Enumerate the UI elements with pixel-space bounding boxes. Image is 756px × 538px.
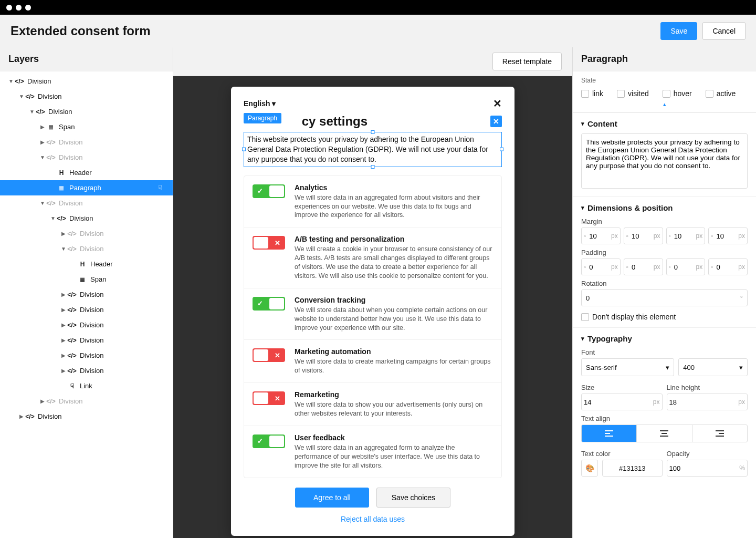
hide-element-checkbox[interactable]: Don't display this element <box>581 313 748 321</box>
padding-row-input[interactable]: ▫px <box>666 258 706 275</box>
typography-section-title[interactable]: Typography <box>581 334 748 343</box>
resize-handle-top[interactable] <box>371 130 375 134</box>
layer-row[interactable]: </>Division <box>0 287 173 302</box>
resize-handle-right[interactable] <box>500 148 503 151</box>
margin-row-input[interactable]: ▫px <box>666 227 706 244</box>
close-icon[interactable]: ✕ <box>493 97 502 110</box>
chevron-icon[interactable] <box>60 246 67 252</box>
margin-row-input[interactable]: ▫px <box>708 227 748 244</box>
chevron-icon[interactable] <box>28 109 36 115</box>
toggle-switch[interactable]: ✕ <box>253 236 285 250</box>
chevron-icon[interactable] <box>60 307 67 313</box>
state-link-checkbox[interactable]: link <box>581 89 603 98</box>
chevron-icon[interactable] <box>39 139 46 145</box>
chevron-icon[interactable] <box>18 94 25 99</box>
layer-row[interactable]: </>Division <box>0 104 173 119</box>
layer-label: Division <box>59 397 173 405</box>
content-textarea[interactable] <box>581 133 748 189</box>
toggle-switch[interactable]: ✓ <box>253 434 285 448</box>
chevron-icon[interactable] <box>60 353 67 358</box>
layer-row[interactable]: ≣Span <box>0 272 173 287</box>
weight-select[interactable]: 400▾ <box>678 358 748 376</box>
layer-row[interactable]: </>Division <box>0 134 173 150</box>
layer-row[interactable]: ☟Link <box>0 378 173 394</box>
chevron-icon[interactable] <box>60 322 67 328</box>
agree-all-button[interactable]: Agree to all <box>295 488 369 508</box>
layer-row[interactable]: </>Division <box>0 195 173 211</box>
layer-row[interactable]: </>Division <box>0 241 173 256</box>
toggle-switch[interactable]: ✕ <box>253 391 285 405</box>
checkbox-icon <box>581 90 589 98</box>
chevron-icon[interactable] <box>39 154 46 160</box>
state-active-checkbox[interactable]: active <box>706 89 736 98</box>
color-picker-icon[interactable]: 🎨 <box>581 460 598 477</box>
color-input[interactable]: #131313 <box>602 460 663 477</box>
save-choices-button[interactable]: Save choices <box>376 488 450 508</box>
layer-row[interactable]: </>Division <box>0 302 173 317</box>
layer-row[interactable]: ≣Paragraph☟ <box>0 180 173 195</box>
layer-row[interactable]: </>Division <box>0 409 173 424</box>
chevron-icon[interactable] <box>18 413 25 419</box>
chevron-icon[interactable] <box>39 124 46 130</box>
margin-row-input[interactable]: ▫px <box>624 227 663 244</box>
layer-row[interactable]: HHeader <box>0 256 173 272</box>
layer-label: Division <box>80 291 173 298</box>
chevron-icon[interactable] <box>60 337 67 343</box>
opacity-input[interactable]: % <box>667 460 748 477</box>
dimensions-section-title[interactable]: Dimensions & position <box>581 203 748 212</box>
toggle-switch[interactable]: ✓ <box>253 184 285 198</box>
traffic-light-close[interactable] <box>6 5 12 11</box>
layer-row[interactable]: </>Division <box>0 394 173 409</box>
language-selector[interactable]: English ▾ <box>244 99 276 108</box>
text-align-group <box>581 425 748 442</box>
chevron-icon[interactable] <box>7 78 15 84</box>
padding-row-input[interactable]: ▫px <box>708 258 748 275</box>
cancel-button[interactable]: Cancel <box>702 22 746 40</box>
traffic-light-max[interactable] <box>25 5 31 11</box>
lineheight-input[interactable]: px <box>667 394 748 410</box>
padding-row-input[interactable]: ▫px <box>581 258 621 275</box>
align-right-button[interactable] <box>692 425 747 442</box>
resize-handle-left[interactable] <box>242 148 246 151</box>
toggle-switch[interactable]: ✓ <box>253 297 285 311</box>
reset-template-button[interactable]: Reset template <box>492 53 562 70</box>
layer-row[interactable]: </>Division <box>0 226 173 241</box>
state-hover-checkbox[interactable]: hover <box>663 89 692 98</box>
traffic-light-min[interactable] <box>16 5 22 11</box>
state-visited-checkbox[interactable]: visited <box>617 89 649 98</box>
padding-row-input[interactable]: ▫px <box>624 258 663 275</box>
align-center-button[interactable] <box>637 425 692 442</box>
layer-row[interactable]: HHeader <box>0 165 173 180</box>
layer-row[interactable]: </>Division <box>0 89 173 104</box>
layer-row[interactable]: </>Division <box>0 348 173 363</box>
layer-row[interactable]: </>Division <box>0 74 173 89</box>
collapse-states-icon[interactable]: ▴ <box>573 100 756 112</box>
layer-row[interactable]: </>Division <box>0 150 173 165</box>
layer-row[interactable]: ≣Span <box>0 119 173 134</box>
font-select[interactable]: Sans-serif▾ <box>581 358 674 376</box>
selected-paragraph[interactable]: This website protects your privacy by ad… <box>244 132 502 167</box>
chevron-icon[interactable] <box>60 368 67 374</box>
layer-row[interactable]: </>Division <box>0 211 173 226</box>
reject-all-link[interactable]: Reject all data uses <box>244 515 502 523</box>
layer-row[interactable]: </>Division <box>0 333 173 348</box>
content-section-title[interactable]: Content <box>581 119 748 128</box>
chevron-icon[interactable] <box>39 398 46 404</box>
layer-label: Division <box>80 336 173 344</box>
save-button[interactable]: Save <box>660 22 697 40</box>
chevron-icon[interactable] <box>60 292 67 297</box>
toggle-switch[interactable]: ✕ <box>253 348 285 362</box>
resize-handle-bottom[interactable] <box>371 165 375 169</box>
toggle-thumb <box>254 349 268 361</box>
margin-row-input[interactable]: ▫px <box>581 227 621 244</box>
chevron-icon[interactable] <box>49 215 57 221</box>
size-input[interactable]: px <box>581 394 663 410</box>
chevron-icon[interactable] <box>39 200 46 206</box>
rotation-input[interactable]: 0° <box>581 289 748 306</box>
delete-element-button[interactable]: ✕ <box>490 116 502 127</box>
layer-row[interactable]: </>Division <box>0 317 173 333</box>
align-left-button[interactable] <box>582 425 637 442</box>
layer-label: Header <box>69 169 173 177</box>
layer-row[interactable]: </>Division <box>0 363 173 378</box>
chevron-icon[interactable] <box>60 231 67 236</box>
